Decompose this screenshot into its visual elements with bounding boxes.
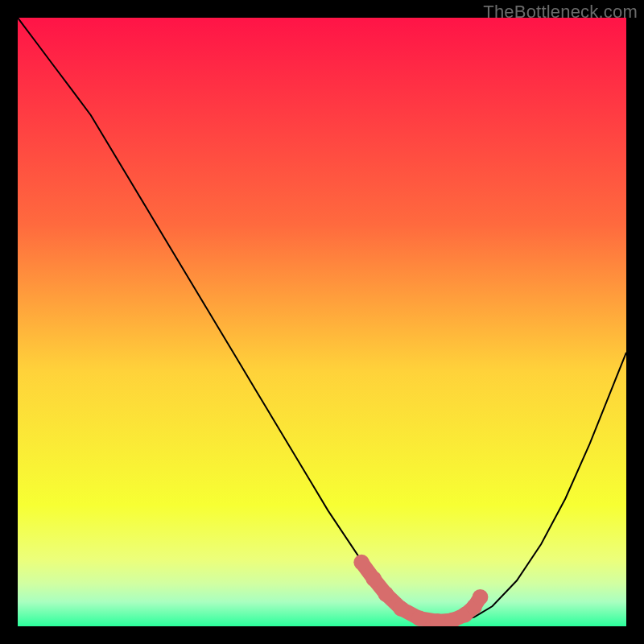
- optimal-point: [365, 571, 382, 587]
- optimal-point: [393, 601, 409, 617]
- gradient-background: [18, 18, 626, 626]
- optimal-point: [378, 586, 394, 602]
- bottleneck-plot: [18, 18, 626, 626]
- chart-stage: TheBottleneck.com: [0, 0, 644, 644]
- optimal-point: [473, 589, 489, 605]
- optimal-point: [353, 555, 369, 571]
- optimal-point: [411, 610, 427, 626]
